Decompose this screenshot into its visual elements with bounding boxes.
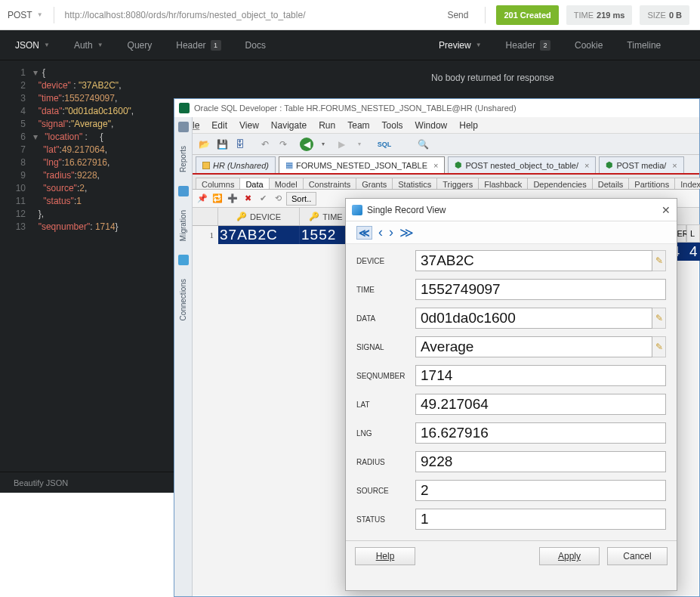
rest-icon: ⬢: [606, 160, 613, 170]
doc-tab-p1[interactable]: ⬢ POST nested_object_to_table/ ×: [448, 156, 596, 173]
close-icon[interactable]: ×: [672, 161, 677, 170]
subtab-dependencies[interactable]: Dependencies: [527, 178, 592, 189]
send-button[interactable]: Send: [430, 10, 485, 20]
subtab-columns[interactable]: Columns: [196, 178, 240, 189]
tab-header[interactable]: Header 1: [164, 30, 233, 60]
menu-edit[interactable]: Edit: [205, 120, 233, 131]
subtab-partitions[interactable]: Partitions: [628, 178, 675, 189]
doc-tab-hr-label: HR (Unshared): [213, 161, 269, 170]
next-record-icon[interactable]: ›: [389, 224, 393, 240]
menu-navigate[interactable]: Navigate: [265, 120, 313, 131]
window-titlebar[interactable]: Oracle SQL Developer : Table HR.FORUMS_N…: [174, 99, 699, 117]
subtab-constraints[interactable]: Constraints: [303, 178, 357, 189]
tab-preview-label: Preview: [439, 40, 471, 51]
subtab-model[interactable]: Model: [269, 178, 304, 189]
first-record-icon[interactable]: ≪: [356, 226, 372, 240]
menu-tools[interactable]: Tools: [376, 120, 409, 131]
cancel-button[interactable]: Cancel: [607, 547, 668, 565]
menu-run[interactable]: Run: [313, 120, 341, 131]
close-icon[interactable]: ×: [584, 161, 589, 170]
subtab-flashback[interactable]: Flashback: [478, 178, 528, 189]
save-icon[interactable]: 💾: [214, 136, 230, 153]
edit-icon[interactable]: ✎: [652, 308, 666, 329]
side-tab-migration[interactable]: Migration: [179, 206, 187, 246]
open-icon[interactable]: 📂: [196, 136, 212, 153]
forward-menu-icon[interactable]: ▾: [351, 136, 368, 153]
rollback-icon[interactable]: ⟲: [271, 193, 285, 203]
tab-timeline[interactable]: Timeline: [615, 30, 673, 60]
menu-window[interactable]: Window: [409, 120, 454, 131]
back-menu-icon[interactable]: ▾: [315, 136, 331, 153]
edit-icon[interactable]: ✎: [652, 336, 666, 357]
subtab-details[interactable]: Details: [592, 178, 630, 189]
search-icon[interactable]: 🔍: [415, 136, 431, 153]
dialog-titlebar[interactable]: Single Record View ✕: [346, 199, 677, 221]
cell-frag[interactable]: 4: [686, 243, 700, 261]
doc-tab-active[interactable]: ▦ FORUMS_NESTED_JSON_TABLE ×: [279, 156, 445, 173]
col-frag[interactable]: L: [686, 224, 700, 243]
tab-resp-header[interactable]: Header 2: [494, 30, 563, 60]
radius-field[interactable]: 9228: [415, 451, 666, 472]
beautify-json-button[interactable]: Beautify JSON: [14, 478, 68, 487]
doc-tab-hr[interactable]: HR (Unshared): [196, 156, 276, 173]
subtab-grants[interactable]: Grants: [356, 178, 393, 189]
tab-cookie[interactable]: Cookie: [563, 30, 615, 60]
delete-row-icon[interactable]: ✖: [241, 193, 254, 203]
help-button[interactable]: Help: [355, 547, 415, 565]
col-device[interactable]: 🔑DEVICE: [218, 208, 300, 225]
saveall-icon[interactable]: 🗄: [232, 136, 248, 153]
field-row-seqnumber: SEQNUMBER 1714: [356, 365, 666, 386]
caret-down-icon: ▼: [37, 11, 43, 18]
undo-icon[interactable]: ↶: [257, 136, 273, 153]
field-label: TIME: [356, 286, 415, 294]
field-row-radius: RADIUS 9228: [356, 451, 666, 472]
sql-icon[interactable]: SQL: [376, 136, 393, 153]
subtab-data[interactable]: Data: [239, 178, 269, 189]
dock-icon[interactable]: [178, 255, 189, 265]
request-url-input[interactable]: http://localhost:8080/ords/hr/forums/nes…: [54, 10, 431, 20]
back-icon[interactable]: ◀: [300, 138, 313, 151]
http-method-select[interactable]: POST ▼: [0, 10, 54, 20]
lat-field[interactable]: 49.217064: [415, 394, 666, 415]
close-icon[interactable]: ×: [433, 161, 438, 170]
commit-icon[interactable]: ✔: [256, 193, 270, 203]
last-record-icon[interactable]: ≫: [399, 224, 414, 241]
time-field[interactable]: 1552749097: [415, 279, 666, 300]
tab-query[interactable]: Query: [116, 30, 165, 60]
status-field[interactable]: 1: [415, 509, 666, 530]
redo-icon[interactable]: ↷: [275, 136, 291, 153]
prev-record-icon[interactable]: ‹: [378, 224, 383, 240]
cell-device[interactable]: 37AB2C: [218, 226, 300, 244]
side-tab-reports[interactable]: Reports: [179, 141, 187, 177]
menu-view[interactable]: View: [233, 120, 265, 131]
lng-field[interactable]: 16.627916: [415, 422, 666, 444]
subtab-indexes[interactable]: Indexes: [674, 178, 700, 189]
subtab-statistics[interactable]: Statistics: [392, 178, 437, 189]
seqnumber-field[interactable]: 1714: [415, 365, 666, 386]
sort-button[interactable]: Sort..: [286, 192, 316, 206]
data-field[interactable]: 0d01da0c1600: [415, 308, 652, 329]
subtab-triggers[interactable]: Triggers: [436, 178, 479, 189]
edit-icon[interactable]: ✎: [652, 250, 666, 271]
tab-docs-label: Docs: [245, 40, 266, 51]
add-row-icon[interactable]: ➕: [226, 193, 239, 203]
forward-icon[interactable]: ▶: [333, 136, 350, 153]
dock-icon[interactable]: [178, 122, 189, 132]
tab-preview[interactable]: Preview ▼: [427, 30, 494, 60]
signal-field[interactable]: Average: [415, 336, 652, 357]
close-icon[interactable]: ✕: [661, 204, 671, 216]
tab-json[interactable]: JSON ▼: [3, 30, 62, 60]
side-tab-connections[interactable]: Connections: [179, 274, 187, 326]
apply-button[interactable]: Apply: [539, 547, 600, 565]
device-field[interactable]: 37AB2C: [415, 250, 652, 271]
field-label: LAT: [356, 401, 415, 409]
tab-docs[interactable]: Docs: [233, 30, 278, 60]
dock-icon[interactable]: [178, 186, 189, 196]
menu-team[interactable]: Team: [341, 120, 375, 131]
source-field[interactable]: 2: [415, 480, 666, 501]
refresh-icon[interactable]: 🔁: [211, 193, 224, 203]
tab-auth[interactable]: Auth ▼: [62, 30, 116, 60]
doc-tab-p2[interactable]: ⬢ POST media/ ×: [599, 156, 683, 173]
pin-icon[interactable]: 📌: [196, 193, 209, 203]
menu-help[interactable]: Help: [453, 120, 484, 131]
